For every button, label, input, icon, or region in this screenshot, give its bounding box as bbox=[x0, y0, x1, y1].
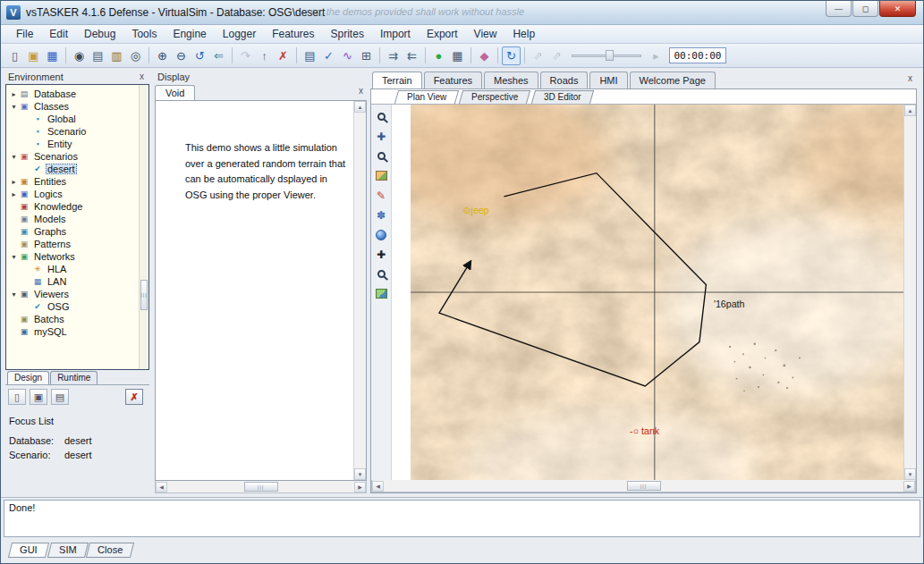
center-tool-button[interactable]: ✚ bbox=[373, 247, 390, 262]
open-button[interactable]: ▣ bbox=[24, 46, 43, 65]
new-item-button[interactable]: ▯ bbox=[8, 389, 26, 405]
menu-item-logger[interactable]: Logger bbox=[215, 26, 264, 42]
tree-item-classes[interactable]: ▾▣Classes bbox=[6, 100, 148, 113]
tree-item-hla[interactable]: ✳HLA bbox=[6, 263, 148, 275]
copy-button[interactable]: ▤ bbox=[89, 46, 107, 65]
zoom-window-tool-button[interactable] bbox=[373, 148, 390, 164]
tab-hmi[interactable]: HMI bbox=[589, 72, 627, 88]
subtab-3d-editor[interactable]: 3D Editor bbox=[530, 90, 593, 104]
globe-tool-button[interactable] bbox=[373, 227, 390, 242]
menu-item-debug[interactable]: Debug bbox=[76, 26, 123, 42]
hscroll-thumb[interactable]: ||| bbox=[244, 482, 278, 492]
menu-item-edit[interactable]: Edit bbox=[41, 26, 76, 42]
tree-item-networks[interactable]: ▾▣Networks bbox=[6, 250, 148, 263]
expander-icon[interactable]: ▾ bbox=[9, 153, 19, 161]
expander-icon[interactable]: ▸ bbox=[9, 190, 19, 198]
terrain-map[interactable]: ⊙jeep'16path-○ tank bbox=[411, 105, 903, 480]
tab-features[interactable]: Features bbox=[424, 72, 482, 88]
menu-item-view[interactable]: View bbox=[466, 26, 505, 42]
pan-tool-button[interactable]: ✚ bbox=[373, 129, 390, 144]
zoom-tool-button[interactable] bbox=[373, 109, 390, 124]
tab-welcome-page[interactable]: Welcome Page bbox=[630, 72, 716, 88]
tree-item-desert[interactable]: ✔desert bbox=[6, 163, 148, 175]
subtab-plan-view[interactable]: Plan View bbox=[394, 90, 460, 104]
scroll-right-icon[interactable]: ▶ bbox=[354, 482, 366, 492]
delete-button[interactable]: ✗ bbox=[274, 46, 292, 65]
tree-item-logics[interactable]: ▸▣Logics bbox=[6, 188, 148, 200]
tree-item-scenario[interactable]: ▪Scenario bbox=[6, 125, 148, 138]
environment-close-icon[interactable]: x bbox=[137, 72, 147, 81]
tab-roads[interactable]: Roads bbox=[540, 72, 589, 88]
menu-item-help[interactable]: Help bbox=[504, 26, 543, 42]
expander-icon[interactable]: ▸ bbox=[9, 90, 19, 98]
spline-button[interactable]: ∿ bbox=[338, 46, 357, 65]
bottom-tab-close[interactable]: Close bbox=[86, 543, 134, 558]
tree-item-database[interactable]: ▸▤Database bbox=[6, 88, 148, 100]
terrain-image-tool-button[interactable] bbox=[373, 168, 390, 183]
tree-scrollbar[interactable]: ||| bbox=[139, 85, 148, 369]
maximize-button[interactable]: ◻ bbox=[852, 1, 878, 17]
bottom-tab-sim[interactable]: SIM bbox=[47, 543, 88, 558]
zoom-in-button[interactable]: ⊕ bbox=[153, 46, 172, 65]
scroll-right-icon[interactable]: ▶ bbox=[903, 481, 915, 492]
find-next-button[interactable]: ◎ bbox=[126, 46, 145, 65]
menu-item-tools[interactable]: Tools bbox=[123, 26, 165, 42]
scroll-up-icon[interactable]: ▲ bbox=[354, 101, 366, 113]
tab-terrain[interactable]: Terrain bbox=[372, 72, 422, 88]
menu-item-file[interactable]: File bbox=[8, 26, 41, 42]
tree-item-osg[interactable]: ✔OSG bbox=[6, 300, 148, 313]
title-bar[interactable]: V vsTASKER 4.1.6 Defense - VirtualSim - … bbox=[1, 1, 923, 25]
move-up-button[interactable]: ↑ bbox=[255, 46, 274, 65]
eraser-button[interactable]: ◆ bbox=[475, 46, 494, 65]
save-item-button[interactable]: ▤ bbox=[51, 389, 69, 405]
menu-item-features[interactable]: Features bbox=[264, 26, 322, 42]
save-button[interactable]: ▦ bbox=[43, 46, 62, 65]
env-tab-runtime[interactable]: Runtime bbox=[50, 371, 97, 384]
menu-item-export[interactable]: Export bbox=[419, 26, 466, 42]
expander-icon[interactable]: ▾ bbox=[9, 103, 19, 111]
tab-void[interactable]: Void bbox=[155, 85, 195, 100]
properties-item-button[interactable]: ▣ bbox=[30, 389, 47, 405]
import-doc-button[interactable]: ⇇ bbox=[403, 46, 421, 65]
report-button[interactable]: ▤ bbox=[301, 46, 319, 65]
scroll-down-icon[interactable]: ▼ bbox=[904, 468, 916, 480]
minimize-button[interactable]: — bbox=[826, 1, 852, 17]
validate-button[interactable]: ✓ bbox=[319, 46, 338, 65]
run-button[interactable]: ● bbox=[429, 46, 448, 65]
menu-item-engine[interactable]: Engine bbox=[165, 26, 214, 42]
expander-icon[interactable]: ▾ bbox=[9, 290, 19, 299]
expander-icon[interactable]: ▸ bbox=[9, 178, 19, 186]
map-canvas[interactable]: ⊙jeep'16path-○ tank bbox=[392, 105, 903, 480]
tree-item-batchs[interactable]: ▣Batchs bbox=[6, 313, 148, 325]
tree-item-entities[interactable]: ▸▣Entities bbox=[6, 175, 148, 188]
tree-item-models[interactable]: ▣Models bbox=[6, 213, 148, 225]
draw-tool-button[interactable]: ✎ bbox=[373, 188, 390, 203]
spray-tool-button[interactable]: ✽ bbox=[373, 207, 390, 223]
tree-item-patterns[interactable]: ▣Patterns bbox=[6, 238, 148, 250]
scroll-left-icon[interactable]: ◀ bbox=[156, 482, 167, 492]
zoom-out-button[interactable]: ⊖ bbox=[172, 46, 191, 65]
display-vscrollbar[interactable]: ▲ ▼ bbox=[353, 101, 366, 480]
tree-item-mysql[interactable]: ▣mySQL bbox=[6, 325, 148, 338]
hscroll-thumb[interactable]: ||| bbox=[627, 481, 661, 491]
reset-button[interactable]: ↻ bbox=[502, 46, 521, 65]
paste-button[interactable]: ▥ bbox=[107, 46, 126, 65]
display-hscrollbar[interactable]: ◀ ||| ▶ bbox=[155, 481, 367, 493]
env-tab-design[interactable]: Design bbox=[7, 371, 49, 384]
map-hscrollbar[interactable]: ◀ ||| ▶ bbox=[371, 480, 916, 492]
tree-item-knowledge[interactable]: ▣Knowledge bbox=[6, 200, 148, 213]
tree-item-entity[interactable]: ▪Entity bbox=[6, 138, 148, 150]
find-button[interactable]: ◉ bbox=[70, 46, 89, 65]
bottom-tab-gui[interactable]: GUI bbox=[8, 543, 49, 558]
map-vscrollbar[interactable]: ▲ ▼ bbox=[903, 105, 916, 480]
slider-thumb[interactable] bbox=[606, 50, 614, 61]
tree-item-lan[interactable]: ▦LAN bbox=[6, 275, 148, 288]
scroll-down-icon[interactable]: ▼ bbox=[354, 468, 366, 480]
magnify-tool-button[interactable] bbox=[373, 266, 390, 282]
new-button[interactable]: ▯ bbox=[5, 46, 24, 65]
display-close-icon[interactable]: x bbox=[356, 87, 366, 96]
menu-item-sprites[interactable]: Sprites bbox=[323, 26, 372, 42]
scroll-left-icon[interactable]: ◀ bbox=[372, 481, 384, 492]
grid-button[interactable]: ⊞ bbox=[357, 46, 376, 65]
menu-item-import[interactable]: Import bbox=[372, 26, 419, 42]
